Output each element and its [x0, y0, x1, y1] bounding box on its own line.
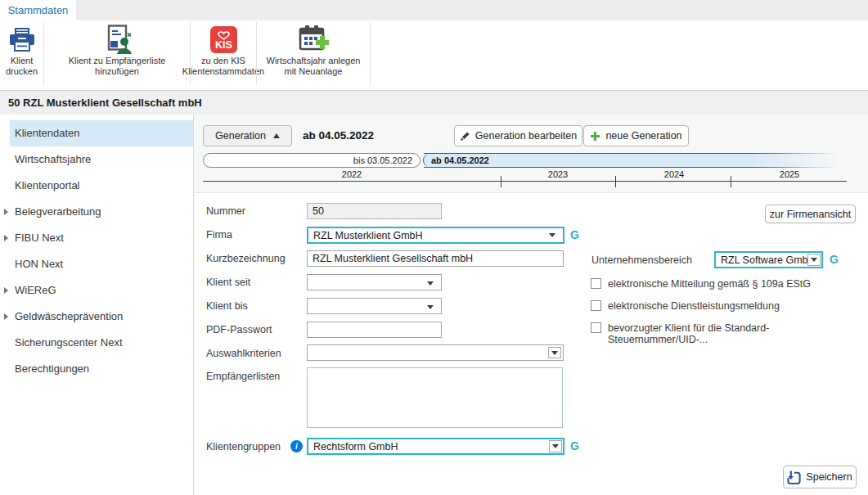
tab-stammdaten[interactable]: Stammdaten: [0, 0, 76, 20]
pdf-passwort-label: PDF-Passwort: [206, 324, 272, 335]
ribbon-button-label: Wirtschaftsjahr anlegen mit Neuanlage: [267, 56, 361, 77]
ribbon: Klient drucken Klient zu Empfängerliste: [0, 20, 868, 91]
timeline-segment-current[interactable]: ab 04.05.2022: [423, 153, 847, 168]
firma-select[interactable]: RZL Musterklient GmbH: [307, 227, 564, 244]
ribbon-button-label: Klient drucken: [6, 56, 38, 77]
sidebar-item-wirtschaftsjahre[interactable]: Wirtschaftsjahre: [0, 146, 193, 173]
timeline-tick: [731, 176, 731, 187]
generation-flag: G: [570, 439, 579, 452]
klient-bis-label: Klient bis: [206, 300, 248, 312]
generation-panel: Generation ab 04.05.2022 Generation bear…: [194, 115, 868, 193]
ribbon-tabstrip: Stammdaten: [0, 0, 868, 20]
chevron-down-icon: [549, 233, 555, 237]
new-generation-button[interactable]: neue Generation: [583, 125, 689, 146]
generation-dropdown-button[interactable]: Generation: [203, 125, 292, 146]
info-icon[interactable]: i: [290, 440, 303, 452]
page-title: 50 RZL Musterklient Gesellschaft mbH: [8, 97, 202, 109]
expand-arrow-icon[interactable]: [4, 235, 8, 241]
edit-generation-button[interactable]: Generation bearbeiten: [454, 125, 582, 146]
pdf-passwort-field[interactable]: [307, 322, 442, 338]
klient-bis-select[interactable]: [307, 298, 442, 314]
checkbox-label: elektronische Dienstleistungsmeldung: [608, 300, 780, 312]
auswahlkriterien-label: Auswahlkriterien: [206, 348, 281, 359]
klient-seit-select[interactable]: [307, 274, 442, 290]
zur-firmenansicht-button[interactable]: zur Firmenansicht: [765, 205, 856, 223]
ribbon-button-wirtschaftsjahr[interactable]: Wirtschaftsjahr anlegen mit Neuanlage: [257, 20, 370, 90]
sidebar-item-klientenportal[interactable]: Klientenportal: [0, 173, 193, 199]
printer-icon: [8, 23, 36, 56]
ribbon-button-label: zu den KIS Klientenstammdaten: [182, 56, 264, 77]
timeline-axis: [203, 181, 847, 182]
sidebar-item-sicherungscenter-next[interactable]: Sicherungscenter Next: [0, 330, 193, 356]
sidebar-item-geldwaeschepraevention[interactable]: Geldwäscheprävention: [0, 304, 193, 330]
klientengruppen-label: Klientengruppen: [206, 441, 281, 452]
sidebar: Klientendaten Wirtschaftsjahre Klientenp…: [0, 115, 194, 495]
klientengruppen-select[interactable]: Rechtsform GmbH: [307, 438, 564, 455]
timeline-year-label: 2023: [548, 169, 568, 179]
svg-text:KIS: KIS: [215, 39, 232, 51]
chevron-down-icon[interactable]: [549, 440, 562, 452]
sidebar-item-wiereg[interactable]: WiEReG: [0, 277, 193, 304]
client-form: Nummer Firma RZL Musterklient GmbH G Kur…: [194, 193, 868, 495]
expand-arrow-icon[interactable]: [4, 209, 8, 215]
generation-flag: G: [830, 253, 839, 266]
chevron-down-icon[interactable]: [548, 347, 561, 358]
sidebar-item-hon-next[interactable]: HON Next: [0, 251, 193, 277]
timeline-segment-previous[interactable]: bis 03.05.2022: [203, 153, 421, 168]
ribbon-button-kis[interactable]: KIS zu den KIS Klientenstammdaten: [191, 20, 256, 90]
ribbon-separator: [370, 22, 371, 85]
checkbox-109a-estg[interactable]: [591, 278, 601, 289]
klient-seit-label: Klient seit: [206, 277, 250, 288]
expand-arrow-icon[interactable]: [4, 287, 8, 294]
sidebar-item-belegverarbeitung[interactable]: Belegverarbeitung: [0, 199, 193, 225]
chevron-up-icon: [273, 133, 280, 138]
nummer-field[interactable]: [307, 203, 442, 219]
timeline-tick: [615, 176, 616, 187]
empfaengerlisten-field[interactable]: [307, 367, 563, 428]
plus-icon: [590, 131, 600, 142]
empfaengerlisten-label: Empfängerlisten: [206, 371, 280, 382]
ribbon-button-empfaengerliste[interactable]: Klient zu Empfängerliste hinzufügen: [44, 20, 190, 90]
timeline-year-label: 2024: [664, 169, 684, 179]
unternehmensbereich-select[interactable]: RZL Software GmbH: [714, 251, 823, 268]
checkbox-label: bevorzugter Klient für die Standard-Steu…: [608, 322, 868, 345]
kurzbezeichnung-label: Kurzbezeichnung: [206, 253, 286, 264]
pencil-icon: [460, 131, 470, 142]
kis-icon: KIS: [209, 23, 239, 56]
current-generation-label: ab 04.05.2022: [303, 125, 374, 146]
add-to-recipient-list-icon: [102, 23, 133, 56]
timeline-year-label: 2022: [342, 169, 362, 179]
save-button[interactable]: Speichern: [783, 466, 857, 488]
timeline-tick: [501, 176, 501, 187]
unternehmensbereich-label: Unternehmensbereich: [591, 254, 692, 266]
sidebar-item-klientendaten[interactable]: Klientendaten: [0, 120, 193, 146]
checkbox-bevorzugter-klient[interactable]: [591, 322, 601, 333]
sidebar-item-fibu-next[interactable]: FIBU Next: [0, 225, 193, 251]
expand-arrow-icon[interactable]: [4, 313, 8, 320]
ribbon-button-label: Klient zu Empfängerliste hinzufügen: [69, 56, 166, 77]
chevron-down-icon[interactable]: [807, 254, 821, 266]
firma-label: Firma: [206, 229, 232, 241]
checkbox-label: elektronische Mitteilung gemäß § 109a ES…: [608, 278, 811, 290]
client-title-bar: 50 RZL Musterklient Gesellschaft mbH: [0, 91, 868, 115]
save-icon: [787, 470, 801, 484]
ribbon-button-klient-drucken[interactable]: Klient drucken: [0, 20, 43, 90]
sidebar-item-berechtigungen[interactable]: Berechtigungen: [0, 356, 193, 382]
timeline-year-label: 2025: [780, 169, 799, 179]
chevron-down-icon: [427, 281, 434, 286]
calendar-add-icon: [298, 23, 330, 56]
app-window: Stammdaten Klient drucken: [0, 0, 868, 495]
checkbox-dienstleistungsmeldung[interactable]: [591, 300, 601, 311]
auswahlkriterien-select[interactable]: [307, 344, 564, 361]
nummer-label: Nummer: [206, 205, 245, 217]
chevron-down-icon: [427, 305, 434, 309]
generation-flag: G: [570, 228, 579, 241]
kurzbezeichnung-field[interactable]: [307, 250, 564, 267]
